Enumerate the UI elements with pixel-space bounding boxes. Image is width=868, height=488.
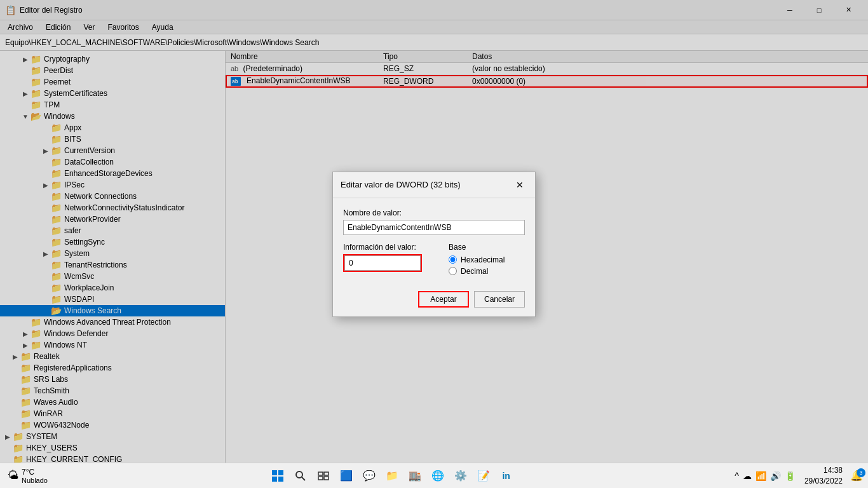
dialog-title-bar: Editar valor de DWORD (32 bits) ✕	[333, 172, 535, 198]
dec-radio-row: Decimal	[449, 267, 525, 276]
svg-point-6	[296, 471, 302, 478]
value-name-input[interactable]	[343, 220, 525, 235]
cancel-button[interactable]: Cancelar	[474, 291, 525, 308]
taskbar-right: ^ ☁ 📶 🔊 🔋 14:38 29/03/2022 🔔 3	[728, 465, 868, 487]
hex-label: Hexadecimal	[461, 255, 505, 264]
svg-rect-4	[272, 477, 277, 482]
notification-area[interactable]: 🔔 3	[850, 470, 863, 482]
teams-button[interactable]: 💬	[359, 466, 379, 486]
dialog-overlay: Editar valor de DWORD (32 bits) ✕ Nombre…	[0, 0, 868, 488]
ok-button[interactable]: Aceptar	[418, 291, 469, 308]
system-tray: ^ ☁ 📶 🔊 🔋	[733, 470, 797, 482]
taskbar-center: 🟦 💬 📁 🏬 🌐 ⚙️ 📝 in	[55, 466, 728, 486]
svg-rect-2	[272, 470, 277, 475]
linkedin-button[interactable]: in	[496, 466, 517, 486]
weather-info: 7°C Nublado	[22, 468, 48, 484]
value-data-input[interactable]	[344, 255, 421, 271]
battery-icon[interactable]: 🔋	[783, 470, 797, 482]
dec-radio[interactable]	[449, 267, 457, 275]
value-input-wrapper	[343, 254, 422, 272]
svg-line-7	[302, 477, 305, 480]
edge-button[interactable]: 🌐	[428, 466, 448, 486]
wifi-icon[interactable]: 📶	[754, 470, 768, 482]
notification-badge: 3	[857, 468, 865, 477]
dec-label: Decimal	[461, 267, 488, 276]
weather-icon: 🌤	[8, 469, 19, 482]
taskbar-clock[interactable]: 14:38 29/03/2022	[799, 465, 848, 487]
settings-button[interactable]: ⚙️	[451, 466, 471, 486]
svg-rect-10	[318, 477, 323, 480]
start-button[interactable]	[268, 466, 288, 486]
cloud-icon[interactable]: ☁	[742, 470, 753, 482]
tray-expand[interactable]: ^	[733, 470, 740, 482]
clock-date: 29/03/2022	[804, 476, 843, 487]
widgets-button[interactable]: 🟦	[336, 466, 356, 486]
hex-radio[interactable]	[449, 255, 457, 264]
info-label: Información del valor:	[343, 243, 441, 252]
base-section: Base Hexadecimal Decimal	[449, 243, 525, 278]
notes-button[interactable]: 📝	[473, 466, 494, 486]
value-section: Información del valor:	[343, 243, 441, 272]
dialog-row: Información del valor: Base Hexadecimal …	[343, 243, 525, 278]
weather-temp: 7°C	[22, 468, 48, 477]
taskbar-weather[interactable]: 🌤 7°C Nublado	[0, 468, 55, 484]
taskbar: 🌤 7°C Nublado	[0, 463, 868, 488]
svg-rect-11	[324, 477, 329, 480]
base-label: Base	[449, 243, 525, 252]
edit-dword-dialog: Editar valor de DWORD (32 bits) ✕ Nombre…	[332, 172, 536, 317]
hex-radio-row: Hexadecimal	[449, 255, 525, 264]
dialog-close-button[interactable]: ✕	[512, 177, 527, 193]
dialog-footer: Aceptar Cancelar	[333, 286, 535, 316]
dialog-body: Nombre de valor: Información del valor: …	[333, 198, 535, 286]
search-button[interactable]	[290, 466, 311, 486]
svg-rect-8	[318, 472, 323, 475]
explorer-button[interactable]: 📁	[382, 466, 402, 486]
name-label: Nombre de valor:	[343, 208, 525, 217]
svg-rect-5	[278, 477, 283, 482]
taskview-button[interactable]	[313, 466, 334, 486]
volume-icon[interactable]: 🔊	[769, 470, 782, 482]
clock-time: 14:38	[804, 465, 843, 476]
dialog-title: Editar valor de DWORD (32 bits)	[341, 180, 461, 189]
svg-rect-9	[324, 472, 329, 475]
store-button[interactable]: 🏬	[405, 466, 425, 486]
weather-condition: Nublado	[22, 477, 48, 484]
svg-rect-3	[278, 470, 283, 475]
